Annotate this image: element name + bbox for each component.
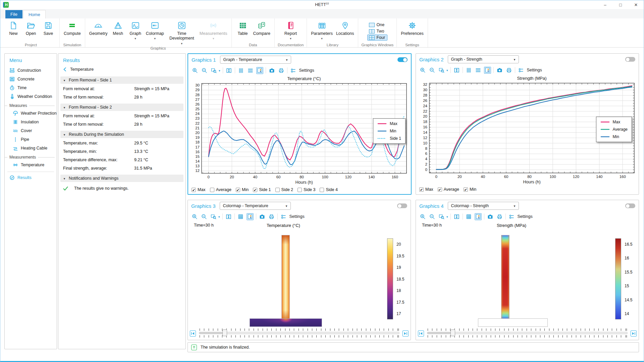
time-slider-handle[interactable] bbox=[222, 329, 227, 336]
mesh-grid-icon[interactable] bbox=[465, 213, 472, 220]
graph-button[interactable]: Graph bbox=[127, 19, 144, 41]
step-forward-button[interactable] bbox=[631, 330, 637, 337]
section-header-form-removal-1[interactable]: Form Removal - Side 1 bbox=[60, 76, 183, 84]
sidebar-item-weather-condition[interactable]: Weather Condition bbox=[5, 92, 57, 101]
zoom-extents-icon[interactable] bbox=[453, 213, 460, 220]
legend-toggle-icon[interactable] bbox=[475, 213, 482, 220]
close-button[interactable]: ✕ bbox=[628, 0, 644, 9]
mesh-button[interactable]: Mesh bbox=[110, 19, 126, 37]
zoom-in-icon[interactable] bbox=[191, 213, 198, 220]
zoom-box-icon[interactable] bbox=[438, 67, 445, 74]
mesh-grid-icon[interactable] bbox=[237, 213, 244, 220]
legend-toggle-icon[interactable] bbox=[484, 67, 491, 74]
settings-icon[interactable] bbox=[290, 67, 297, 74]
layout-four-button[interactable]: Four bbox=[367, 35, 387, 41]
zoom-out-icon[interactable] bbox=[429, 67, 436, 74]
locations-button[interactable]: Locations bbox=[335, 19, 355, 37]
graphics-3-toggle[interactable] bbox=[397, 203, 407, 208]
results-back-row[interactable]: Temperature bbox=[58, 65, 185, 74]
series-checkbox-side-2[interactable]: Side 2 bbox=[275, 187, 293, 192]
new-button[interactable]: New bbox=[5, 19, 21, 37]
zoom-box-icon[interactable] bbox=[438, 213, 445, 220]
zoom-extents-icon[interactable] bbox=[453, 67, 460, 74]
graphics-1-view-dropdown[interactable]: Graph - Temperature bbox=[220, 56, 291, 64]
open-button[interactable]: Open bbox=[23, 19, 39, 37]
colormap-button[interactable]: Colormap bbox=[145, 19, 165, 41]
section-header-results-during-simulation[interactable]: Results During the Simulation bbox=[60, 131, 183, 138]
save-button[interactable]: Save bbox=[40, 19, 56, 37]
time-slider[interactable] bbox=[427, 328, 628, 340]
zoom-box-dropdown[interactable] bbox=[447, 214, 448, 219]
y-gridlines-icon[interactable] bbox=[247, 67, 254, 74]
parameters-button[interactable]: Parameters bbox=[310, 19, 334, 41]
settings-icon[interactable] bbox=[280, 213, 287, 220]
section-header-form-removal-2[interactable]: Form Removal - Side 2 bbox=[60, 104, 183, 111]
zoom-extents-icon[interactable] bbox=[225, 213, 232, 220]
settings-icon[interactable] bbox=[508, 213, 515, 220]
sidebar-item-results[interactable]: Results bbox=[5, 173, 57, 182]
camera-icon[interactable] bbox=[487, 213, 494, 220]
time-slider[interactable] bbox=[199, 328, 399, 340]
step-back-button[interactable] bbox=[190, 330, 196, 337]
zoom-box-dropdown[interactable] bbox=[447, 68, 448, 72]
layout-two-button[interactable]: Two bbox=[367, 28, 387, 34]
y-gridlines-icon[interactable] bbox=[475, 67, 482, 74]
sidebar-item-insulation[interactable]: Insulation bbox=[5, 118, 57, 126]
chart-legend[interactable]: MaxMinSide 1 bbox=[373, 118, 406, 144]
tab-home[interactable]: Home bbox=[23, 10, 46, 18]
tab-file[interactable]: File bbox=[5, 10, 22, 18]
zoom-box-icon[interactable] bbox=[210, 213, 217, 220]
sidebar-item-weather-protection[interactable]: Weather Protection bbox=[5, 109, 57, 118]
series-checkbox-max[interactable]: ✔Max bbox=[419, 187, 433, 192]
section-header-notifications[interactable]: Notifications and Warnings bbox=[60, 175, 183, 182]
sidebar-item-cover[interactable]: Cover bbox=[5, 126, 57, 135]
preferences-button[interactable]: Preferences bbox=[400, 19, 424, 37]
settings-icon[interactable] bbox=[518, 67, 525, 74]
legend-toggle-icon[interactable] bbox=[247, 213, 254, 220]
settings-label[interactable]: Settings bbox=[518, 214, 533, 219]
layout-one-button[interactable]: One bbox=[367, 22, 387, 28]
settings-label[interactable]: Settings bbox=[289, 214, 305, 219]
zoom-out-icon[interactable] bbox=[201, 67, 208, 74]
sidebar-item-heating-cable[interactable]: Heating Cable bbox=[5, 144, 57, 153]
compare-button[interactable]: Compare bbox=[252, 19, 271, 37]
time-slider-handle[interactable] bbox=[450, 329, 455, 336]
zoom-out-icon[interactable] bbox=[201, 213, 208, 220]
camera-icon[interactable] bbox=[268, 67, 275, 74]
minimize-button[interactable]: – bbox=[597, 0, 613, 9]
print-icon[interactable] bbox=[496, 213, 503, 220]
zoom-out-icon[interactable] bbox=[429, 213, 436, 220]
report-button[interactable]: Report bbox=[283, 19, 299, 41]
table-button[interactable]: Table bbox=[235, 19, 251, 37]
x-gridlines-icon[interactable] bbox=[237, 67, 245, 74]
sidebar-item-concrete[interactable]: Concrete bbox=[5, 75, 57, 83]
chart-legend[interactable]: MaxAverageMin bbox=[596, 117, 632, 142]
camera-icon[interactable] bbox=[259, 213, 266, 220]
legend-toggle-icon[interactable] bbox=[256, 67, 263, 74]
geometry-button[interactable]: Geometry bbox=[88, 19, 109, 37]
settings-label[interactable]: Settings bbox=[299, 68, 314, 73]
zoom-extents-icon[interactable] bbox=[225, 67, 232, 74]
graphics-4-view-dropdown[interactable]: Colormap - Strength bbox=[448, 202, 519, 210]
compute-button[interactable]: Compute bbox=[63, 19, 82, 37]
maximize-button[interactable]: □ bbox=[613, 0, 628, 9]
graphics-2-view-dropdown[interactable]: Graph - Strength bbox=[448, 55, 519, 63]
step-forward-button[interactable] bbox=[402, 330, 409, 337]
zoom-in-icon[interactable] bbox=[192, 67, 199, 74]
series-checkbox-average[interactable]: Average bbox=[210, 187, 231, 192]
zoom-in-icon[interactable] bbox=[419, 213, 426, 220]
zoom-box-dropdown[interactable] bbox=[220, 68, 220, 73]
series-checkbox-max[interactable]: ✔Max bbox=[192, 187, 206, 192]
step-back-button[interactable] bbox=[418, 330, 424, 337]
sidebar-item-temperature[interactable]: Temperature bbox=[5, 161, 57, 169]
series-checkbox-min[interactable]: ✔Min bbox=[236, 187, 249, 192]
graphics-4-toggle[interactable] bbox=[625, 203, 635, 208]
series-checkbox-side-1[interactable]: ✔Side 1 bbox=[253, 187, 271, 192]
graphics-3-view-dropdown[interactable]: Colormap - Temperature bbox=[220, 202, 291, 210]
zoom-box-icon[interactable] bbox=[210, 67, 217, 74]
print-icon[interactable] bbox=[278, 67, 285, 74]
time-development-button[interactable]: Time Development bbox=[166, 19, 197, 46]
print-icon[interactable] bbox=[505, 67, 513, 74]
series-checkbox-min[interactable]: ✔Min bbox=[464, 187, 476, 192]
sidebar-item-construction[interactable]: Construction bbox=[5, 66, 57, 75]
